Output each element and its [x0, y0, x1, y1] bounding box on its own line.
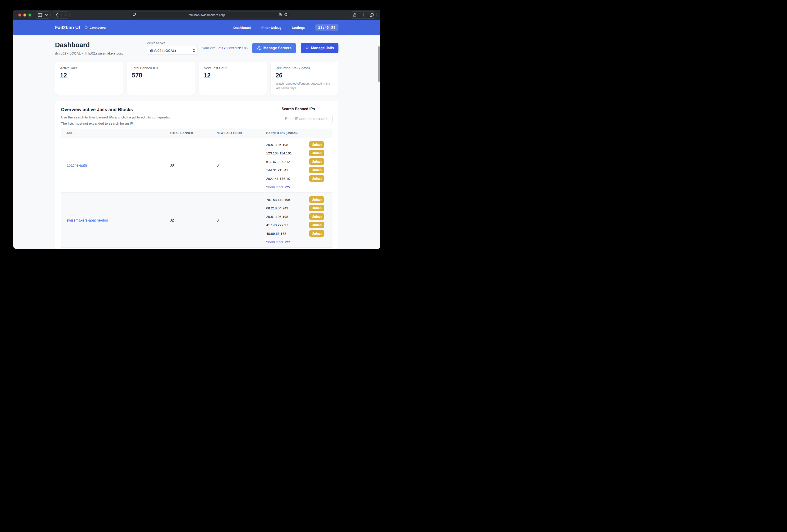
window-controls	[18, 14, 31, 17]
unban-button[interactable]: Unban	[309, 205, 324, 211]
new-tab-button[interactable]	[362, 13, 365, 17]
connection-status-ring-icon	[85, 26, 88, 29]
show-more-link[interactable]: Show more +27	[266, 240, 290, 244]
chevron-down-icon	[45, 14, 48, 16]
banned-ip-row: 61.167.223.212 Unban	[266, 158, 324, 165]
unban-button[interactable]: Unban	[309, 150, 324, 156]
stat-card-new-last-hour: New Last Hour 12	[199, 62, 267, 95]
close-window-button[interactable]	[18, 14, 21, 17]
reader-view-button[interactable]	[132, 13, 136, 17]
show-more-link[interactable]: Show more +25	[266, 185, 290, 189]
page-scrollbar-thumb[interactable]	[378, 46, 380, 82]
nav-link-settings[interactable]: Settings	[292, 26, 305, 29]
nav-link-filter-debug[interactable]: Filter Debug	[261, 26, 282, 29]
unban-button[interactable]: Unban	[309, 167, 324, 173]
address-bar[interactable]: fail2ban.swissmakers.corp	[130, 11, 290, 19]
banned-ip-row: 20.51.105.198 Unban	[266, 213, 324, 220]
manage-servers-button[interactable]: Manage Servers	[252, 43, 296, 53]
new-last-hour-value	[217, 248, 266, 249]
page-format-icon	[132, 13, 136, 16]
stat-card-active-jails: Active Jails 12	[55, 62, 123, 95]
banned-ip: 41.140.222.97	[266, 223, 288, 227]
new-last-hour-value: 0	[217, 138, 266, 193]
app-navbar: Fail2ban UI Connected Dashboard Filter D…	[13, 20, 380, 35]
external-ip-value: 176.223.172.185	[222, 46, 248, 50]
column-header-new-last-hour: NEW LAST HOUR	[217, 129, 266, 138]
unban-button[interactable]: Unban	[309, 213, 324, 220]
banned-ip-row: 78.153.140.195 Unban	[266, 196, 324, 203]
stat-label: Recurring IPs (7 days)	[276, 66, 334, 70]
share-icon	[353, 13, 357, 17]
stat-description: Watch repeated offenders detected in the…	[276, 81, 333, 90]
reload-icon	[284, 13, 288, 16]
sidebar-menu-chevron-button[interactable]	[45, 14, 48, 16]
unban-button[interactable]: Unban	[309, 230, 324, 237]
back-button[interactable]	[56, 13, 58, 17]
unban-button[interactable]: Unban	[309, 222, 324, 228]
page-subtitle: rlinfp02 • LOCAL • rlinfp02.swissmakers.…	[55, 51, 123, 55]
unban-button[interactable]: Unban	[309, 141, 324, 148]
active-server-label: Active Server	[147, 41, 197, 45]
back-chevron-icon	[56, 13, 58, 17]
banned-ip-row: 123.163.114.101 Unban	[266, 150, 324, 156]
table-row: apache-auth 30 0 20.51.105.198 Unban 123…	[61, 138, 333, 193]
table-row: swissmakers-apache-dos 32 0 78.153.140.1…	[61, 193, 333, 248]
page-heading-block: Dashboard rlinfp02 • LOCAL • rlinfp02.sw…	[55, 41, 123, 55]
banned-ip: 40.69.66.178	[266, 231, 286, 236]
translate-button[interactable]	[278, 13, 282, 17]
app-brand: Fail2ban UI	[55, 25, 80, 30]
banned-ip-row: 144.31.215.41 Unban	[266, 167, 324, 173]
share-button[interactable]	[353, 13, 357, 17]
banned-ip: 123.163.114.101	[266, 151, 292, 155]
banned-ip: 61.167.223.212	[266, 160, 290, 163]
gear-icon: ⚙	[305, 46, 309, 50]
forward-chevron-icon	[65, 13, 67, 17]
overview-title: Overview active Jails and Blocks	[61, 107, 172, 112]
history-nav-group	[53, 12, 70, 19]
active-server-select[interactable]: rlinfp02 (LOCAL)	[147, 46, 197, 55]
unban-button[interactable]: Unban	[309, 158, 324, 165]
sidebar-toggle-button[interactable]	[38, 13, 42, 17]
translate-icon	[278, 13, 282, 16]
stat-label: New Last Hour	[204, 66, 262, 70]
urlbar-area: fail2ban.swissmakers.corp	[72, 11, 348, 19]
total-banned-value: 32	[170, 193, 216, 248]
url-text[interactable]: fail2ban.swissmakers.corp	[136, 13, 278, 17]
nav-link-dashboard[interactable]: Dashboard	[233, 26, 251, 29]
table-header-row: JAIL TOTAL BANNED NEW LAST HOUR BANNED I…	[61, 129, 333, 138]
reload-button[interactable]	[284, 13, 288, 17]
search-banned-ips-input[interactable]	[282, 114, 333, 124]
stat-value: 12	[60, 72, 118, 79]
banned-ip: 78.153.140.195	[266, 198, 290, 202]
manage-jails-button[interactable]: ⚙ Manage Jails	[301, 43, 338, 53]
table-row: 120.79.214.137 Unban 217.217.253.133 Unb…	[61, 248, 333, 249]
overview-description-1: Use the search to filter banned IPs and …	[61, 115, 172, 119]
banned-ip-row: 40.69.66.178 Unban	[266, 230, 324, 237]
stat-value: 12	[204, 72, 262, 79]
connection-status-label: Connected	[90, 26, 106, 29]
jails-table: JAIL TOTAL BANNED NEW LAST HOUR BANNED I…	[61, 129, 333, 249]
server-clock: 21:43:55	[315, 24, 338, 31]
jail-link[interactable]: swissmakers-apache-dos	[66, 218, 108, 222]
tab-overview-button[interactable]	[370, 13, 374, 17]
external-ip: Your ext. IP: 176.223.172.185	[202, 46, 248, 50]
banned-ip-row: 41.140.222.97 Unban	[266, 222, 324, 228]
column-header-jail: JAIL	[61, 129, 170, 138]
forward-button[interactable]	[65, 13, 67, 17]
minimize-window-button[interactable]	[23, 14, 26, 17]
banned-ip-row: 202.141.176.10 Unban	[266, 175, 324, 182]
manage-jails-label: Manage Jails	[311, 46, 334, 50]
unban-button[interactable]: Unban	[309, 196, 324, 203]
banned-ip: 202.141.176.10	[266, 177, 290, 180]
browser-window: fail2ban.swissmakers.corp	[13, 9, 380, 249]
stat-card-recurring-ips: Recurring IPs (7 days) 26 Watch repeated…	[271, 62, 338, 95]
zoom-window-button[interactable]	[28, 14, 31, 17]
jail-link[interactable]: apache-auth	[66, 163, 87, 167]
sitemap-icon	[257, 46, 261, 50]
overview-description-2: The lists must not expanded to search fo…	[61, 121, 172, 125]
unban-button[interactable]: Unban	[309, 175, 324, 182]
sidebar-icon	[38, 13, 42, 17]
page-title: Dashboard	[55, 41, 123, 49]
page-content: Dashboard rlinfp02 • LOCAL • rlinfp02.sw…	[13, 35, 380, 249]
column-header-banned-ips: BANNED IPS (UNBAN)	[266, 129, 333, 138]
